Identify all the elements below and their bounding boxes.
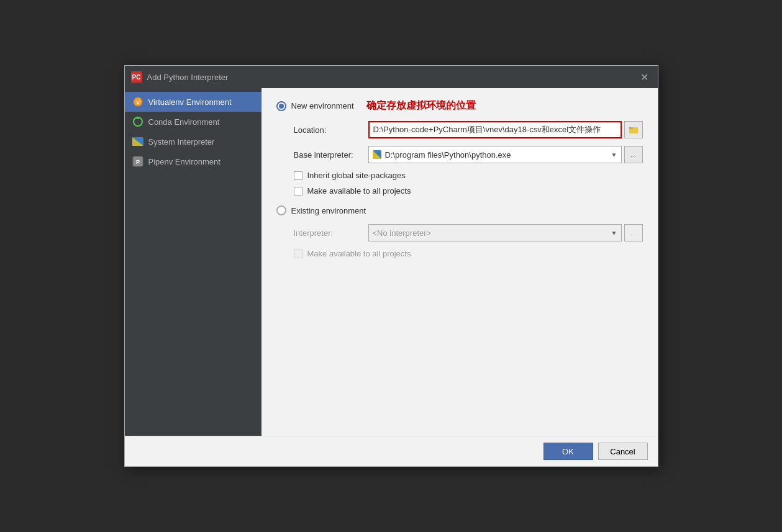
available-checkbox[interactable] (294, 187, 302, 196)
inherit-checkbox-row: Inherit global site-packages (276, 171, 643, 180)
svg-text:P: P (135, 159, 139, 165)
dialog-body: V Virtualenv Environment Conda Environme… (125, 88, 658, 436)
dropdown-arrow-icon: ▼ (611, 151, 617, 158)
interpreter-select: <No interpreter> ▼ (368, 224, 622, 241)
svg-rect-9 (629, 127, 633, 129)
existing-environment-section: Existing environment Interpreter: <No in… (276, 205, 643, 258)
svg-point-3 (137, 117, 139, 119)
location-browse-button[interactable] (624, 121, 643, 138)
location-row: Location: (276, 121, 643, 138)
available-label: Make available to all projects (307, 186, 411, 196)
existing-available-checkbox (294, 250, 302, 258)
base-interpreter-browse-button[interactable]: ... (624, 146, 643, 163)
existing-env-radio-row: Existing environment (276, 205, 643, 215)
interpreter-dropdown-row: <No interpreter> ▼ ... (368, 224, 643, 241)
add-python-interpreter-dialog: PC Add Python Interpreter ✕ V Virtualenv… (124, 65, 658, 467)
existing-available-checkbox-row: Make available to all projects (276, 249, 643, 258)
base-interpreter-label: Base interpreter: (294, 150, 368, 160)
interpreter-label: Interpreter: (294, 228, 368, 238)
available-checkbox-row: Make available to all projects (276, 186, 643, 196)
interpreter-row: Interpreter: <No interpreter> ▼ ... (276, 224, 643, 241)
new-env-radio[interactable] (276, 101, 286, 111)
dialog-title: Add Python Interpreter (147, 73, 638, 82)
sidebar-item-virtualenv[interactable]: V Virtualenv Environment (125, 92, 261, 112)
sidebar-item-pipenv[interactable]: P Pipenv Environment (125, 151, 261, 171)
close-button[interactable]: ✕ (638, 70, 652, 84)
app-icon: PC (131, 71, 142, 83)
folder-icon (629, 125, 638, 134)
sidebar-label-conda: Conda Environment (148, 117, 220, 127)
existing-env-radio[interactable] (276, 205, 286, 215)
virtualenv-icon: V (132, 96, 143, 107)
location-input[interactable] (368, 121, 622, 138)
new-env-radio-row: New environment 确定存放虚拟环境的位置 (276, 99, 643, 112)
location-label: Location: (294, 125, 368, 135)
base-interpreter-dropdown-row: D:\program files\Python\python.exe ▼ ... (368, 146, 643, 163)
svg-text:V: V (135, 99, 139, 106)
base-interpreter-value: D:\program files\Python\python.exe (385, 150, 511, 160)
python-interpreter-icon (373, 150, 381, 159)
interpreter-value: <No interpreter> (373, 228, 432, 238)
sidebar-label-system: System Interpreter (148, 137, 215, 147)
annotation-text: 确定存放虚拟环境的位置 (366, 99, 476, 112)
inherit-label: Inherit global site-packages (307, 171, 406, 180)
pipenv-icon: P (132, 156, 143, 167)
interpreter-browse-button: ... (624, 224, 643, 241)
sidebar-label-virtualenv: Virtualenv Environment (148, 97, 232, 107)
new-env-label: New environment (291, 101, 354, 110)
existing-available-label: Make available to all projects (307, 249, 411, 258)
new-environment-section: New environment 确定存放虚拟环境的位置 Location: (276, 99, 643, 196)
title-bar: PC Add Python Interpreter ✕ (125, 66, 658, 88)
sidebar: V Virtualenv Environment Conda Environme… (125, 88, 261, 436)
sidebar-item-system[interactable]: System Interpreter (125, 132, 261, 151)
base-interpreter-select[interactable]: D:\program files\Python\python.exe ▼ (368, 146, 622, 163)
dialog-footer: OK Cancel (125, 436, 658, 466)
ok-button[interactable]: OK (543, 443, 593, 460)
interpreter-dropdown-arrow: ▼ (611, 230, 617, 237)
existing-env-label: Existing environment (291, 206, 366, 215)
conda-icon (132, 116, 143, 127)
main-content: New environment 确定存放虚拟环境的位置 Location: (261, 88, 658, 436)
sidebar-item-conda[interactable]: Conda Environment (125, 112, 261, 132)
inherit-checkbox[interactable] (294, 171, 302, 180)
base-interpreter-row: Base interpreter: D:\program files\Pytho… (276, 146, 643, 163)
system-icon (132, 136, 143, 147)
sidebar-label-pipenv: Pipenv Environment (148, 157, 221, 166)
cancel-button[interactable]: Cancel (598, 443, 648, 460)
